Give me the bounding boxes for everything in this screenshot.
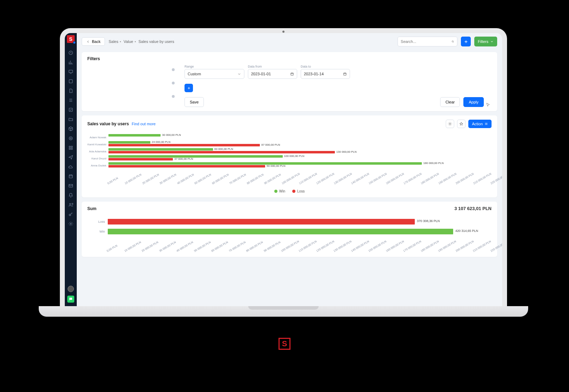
chart-bar[interactable]: 24 000,00 PLN [108, 141, 150, 144]
chart-bar[interactable]: 37 000,00 PLN [108, 158, 173, 160]
app-screen: S [65, 33, 502, 306]
chart-bar[interactable]: 87 000,00 PLN [108, 144, 260, 146]
range-label: Range [185, 65, 244, 68]
action-button[interactable]: Action [468, 120, 492, 128]
document-icon[interactable] [68, 88, 74, 94]
legend-loss-swatch [292, 190, 295, 193]
apply-button[interactable]: Apply [463, 97, 484, 107]
cube-icon[interactable] [68, 126, 74, 132]
chart-bar[interactable]: 130 000,00 PLN [108, 151, 335, 153]
settings-icon[interactable] [68, 221, 74, 227]
folder-icon[interactable] [68, 116, 74, 122]
svg-point-5 [70, 138, 71, 139]
svg-rect-10 [69, 175, 72, 178]
svg-point-12 [70, 203, 71, 205]
to-label: Data to [301, 65, 350, 68]
save-button[interactable]: Save [185, 97, 204, 107]
calendar-icon [290, 72, 294, 76]
brand-emblem: S [279, 338, 290, 350]
category-label: Ada Adamska [87, 150, 106, 153]
legend-win-swatch [274, 190, 277, 193]
dashboard-icon[interactable] [68, 50, 74, 56]
add-button[interactable] [461, 37, 471, 46]
svg-rect-9 [71, 148, 73, 150]
svg-point-13 [69, 214, 71, 216]
svg-rect-1 [69, 70, 73, 72]
date-from-input[interactable]: 2023-01-01 [248, 69, 297, 79]
camera-dot [282, 31, 284, 33]
category-label: Anna Dudek [87, 164, 106, 167]
date-to-input[interactable]: 2023-01-14 [301, 69, 350, 79]
step-dot [172, 68, 175, 71]
svg-rect-16 [291, 73, 293, 75]
send-icon[interactable] [68, 154, 74, 160]
svg-rect-7 [71, 146, 73, 147]
box-icon[interactable] [68, 78, 74, 84]
step-dot [172, 82, 175, 84]
search-icon [451, 39, 454, 44]
range-select[interactable]: Custom [185, 69, 244, 79]
topbar: Back Sales• Value• Sales value by users [77, 33, 502, 50]
filters-toggle-button[interactable]: Filters [474, 37, 497, 46]
chevron-down-icon [490, 40, 494, 43]
filters-title: Filters [87, 56, 492, 61]
menu-icon [484, 122, 488, 126]
svg-point-14 [70, 223, 71, 225]
app-logo[interactable]: S [67, 35, 75, 43]
sum-loss-label: Loss [87, 220, 105, 223]
star-button[interactable] [457, 120, 465, 128]
user-avatar[interactable] [68, 286, 74, 292]
calendar-icon [343, 72, 347, 76]
sum-total: 3 107 623,01 PLN [454, 206, 492, 211]
svg-rect-8 [69, 148, 70, 150]
bell-icon[interactable] [68, 192, 74, 198]
chart-icon[interactable] [68, 59, 74, 65]
category-label: Adam Nowak [87, 136, 106, 139]
filters-panel: Filters Range [82, 52, 497, 111]
back-button[interactable]: Back [82, 37, 105, 46]
breadcrumb: Sales• Value• Sales value by users [108, 39, 174, 44]
grid-icon[interactable] [68, 145, 74, 151]
svg-point-15 [452, 41, 454, 42]
report-title: Sales value by users [87, 121, 129, 126]
add-filter-button[interactable] [185, 84, 193, 92]
key-icon[interactable] [68, 211, 74, 217]
users-icon[interactable] [68, 202, 74, 208]
cloud-icon[interactable] [68, 164, 74, 170]
sum-chart: Loss 370 308,36 PLN Win 420 314,65 PLN 0… [87, 217, 492, 253]
svg-rect-3 [69, 108, 72, 111]
calendar-icon[interactable] [68, 173, 74, 179]
report-panel: Sales value by users Find out more Actio… [82, 115, 497, 197]
chart-bar[interactable]: 180 000,00 PLN [108, 162, 422, 165]
search-input[interactable] [398, 37, 457, 46]
category-label: Karol Drozd [87, 157, 106, 160]
from-label: Data from [248, 65, 297, 68]
category-label: Kamil Kowalski [87, 143, 106, 146]
monitor-icon[interactable] [68, 69, 74, 75]
target-icon[interactable] [68, 135, 74, 141]
main-content: Back Sales• Value• Sales value by users [77, 33, 502, 306]
clear-button[interactable]: Clear [440, 97, 460, 107]
chart-bar[interactable]: 100 000,00 PLN [108, 155, 283, 158]
find-out-more-link[interactable]: Find out more [132, 122, 156, 126]
svg-point-4 [69, 137, 72, 140]
search-field[interactable] [401, 39, 449, 44]
cursor-icon [486, 103, 490, 107]
app-sidebar: S [65, 33, 77, 306]
check-square-icon[interactable] [68, 107, 74, 113]
chat-widget[interactable] [67, 296, 74, 303]
chart-bar[interactable]: 90 000,00 PLN [108, 165, 265, 167]
laptop-base [39, 306, 528, 317]
sum-panel: Sum 3 107 623,01 PLN Loss 370 308,36 PLN… [82, 202, 497, 257]
svg-rect-6 [69, 146, 70, 147]
chart-bar[interactable]: 60 000,00 PLN [108, 148, 213, 151]
notification-dot [73, 41, 76, 44]
gear-button[interactable] [446, 120, 454, 128]
svg-point-18 [450, 124, 451, 125]
mail-icon[interactable] [68, 183, 74, 189]
chart-legend: Win Loss [87, 189, 492, 193]
chart-bar[interactable]: 30 000,00 PLN [108, 134, 161, 137]
list-icon[interactable] [68, 97, 74, 103]
sum-win-label: Win [87, 230, 105, 233]
laptop-frame: S [60, 28, 507, 306]
